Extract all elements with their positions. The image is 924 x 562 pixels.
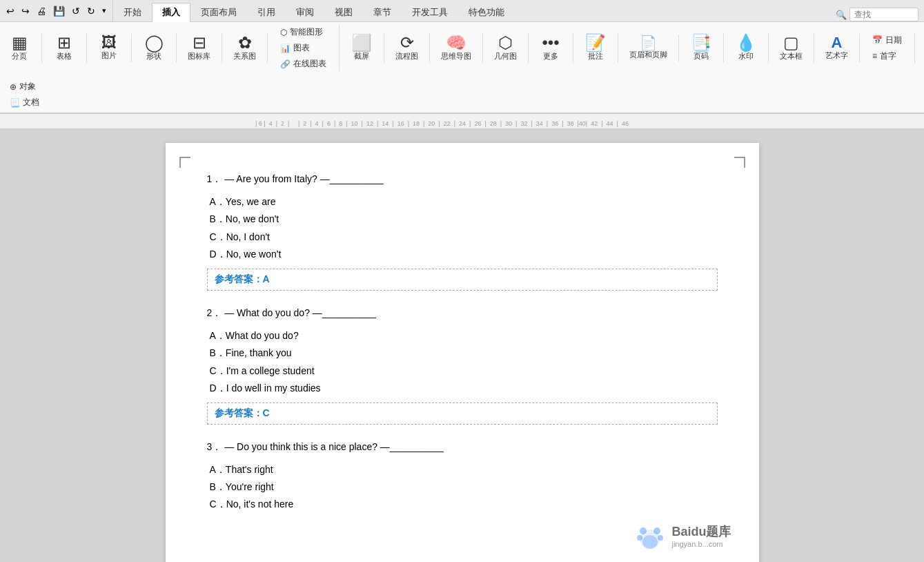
ribbon-btn-image[interactable]: 🖼 图片 [95, 34, 123, 62]
tab-special[interactable]: 特色功能 [458, 2, 515, 21]
ribbon-btn-header[interactable]: 📄 页眉和页脚 [627, 35, 670, 61]
ribbon-group-comment: 📝 批注 [582, 33, 618, 63]
ribbon-btn-flowchart[interactable]: ⟳ 流程图 [393, 33, 421, 63]
ribbon-group-pagenum: 📑 页码 [687, 33, 724, 63]
textbox-label: 文本框 [780, 51, 803, 61]
save-icon[interactable]: 💾 [51, 4, 67, 18]
tab-bar: ↩ ↪ 🖨 💾 ↺ ↻ ▾ 开始 插入 页面布局 引用 审阅 视图 章节 开发工… [0, 0, 924, 22]
ribbon-group-header: 📄 页眉和页脚 [627, 35, 679, 61]
question-1-answer: 参考答案：A [207, 269, 718, 291]
tab-review[interactable]: 审阅 [286, 2, 324, 21]
ribbon-group-textbox: ▢ 文本框 [777, 33, 814, 63]
question-2-option-b: B．Fine, thank you [207, 345, 718, 362]
watermark-url: jingyan.b...com [671, 540, 731, 548]
ribbon-btn-comment[interactable]: 📝 批注 [582, 33, 609, 63]
ribbon-group-smartart: ⬡ 智能图形 📊 图表 🔗 在线图表 [276, 25, 340, 71]
question-3-option-a: A．That's right [207, 461, 718, 478]
more-label: 更多 [543, 51, 558, 61]
ribbon-group-table: ⊞ 表格 [50, 33, 87, 63]
undo2-icon[interactable]: ↺ [70, 4, 82, 18]
ribbon-group-page: ▦ 分页 [6, 33, 42, 63]
flowchart-icon: ⟳ [400, 35, 414, 51]
ribbon-btn-date[interactable]: 📅 日期 [868, 33, 906, 48]
page-icon: ▦ [12, 35, 28, 51]
ribbon-btn-watermark[interactable]: 💧 水印 [732, 33, 760, 63]
question-3-text: 3． — Do you think this is a nice place? … [207, 438, 718, 456]
tab-view[interactable]: 视图 [324, 2, 363, 21]
tab-start[interactable]: 开始 [113, 2, 152, 21]
tab-chapter[interactable]: 章节 [363, 2, 402, 21]
redo2-icon[interactable]: ↻ [85, 4, 97, 18]
ribbon-btn-chart[interactable]: 📊 图表 [276, 41, 331, 55]
chart-icon: 📊 [280, 43, 291, 53]
ribbon-btn-relation[interactable]: ✿ 关系图 [230, 33, 259, 63]
print-icon[interactable]: 🖨 [35, 4, 48, 18]
ribbon-btn-table[interactable]: ⊞ 表格 [50, 33, 78, 63]
ribbon-btn-mindmap[interactable]: 🧠 思维导图 [438, 33, 474, 63]
ribbon-group-image: 🖼 图片 [95, 34, 132, 62]
question-1-option-b: B．No, we don't [207, 211, 718, 228]
search-icon: 🔍 [836, 10, 847, 20]
ribbon-btn-artword[interactable]: A 艺术字 [823, 34, 851, 62]
page: 1． — Are you from Italy? —__________ A．Y… [166, 143, 759, 562]
header-label: 页眉和页脚 [629, 50, 667, 60]
tab-insert[interactable]: 插入 [152, 3, 190, 22]
geo-label: 几何图 [494, 51, 517, 61]
question-2-option-c: C．I'm a college student [207, 362, 718, 380]
undo-icon[interactable]: ↩ [4, 4, 17, 18]
shape-icon: ◯ [145, 35, 164, 51]
question-1: 1． — Are you from Italy? —__________ A．Y… [207, 171, 718, 291]
tab-layout[interactable]: 页面布局 [190, 2, 247, 21]
tab-devtools[interactable]: 开发工具 [402, 2, 458, 21]
watermark-area: Baidu题库 jingyan.b...com [633, 519, 731, 553]
ribbon-group-relation: ✿ 关系图 [230, 33, 268, 63]
search-input[interactable] [849, 8, 918, 21]
header-icon: 📄 [640, 36, 657, 50]
ribbon-btn-iconlib[interactable]: ⊟ 图标库 [185, 33, 213, 63]
ribbon-group-shape: ◯ 形状 [140, 33, 177, 63]
svg-point-2 [653, 527, 660, 534]
date-icon: 📅 [872, 35, 883, 45]
relation-label: 关系图 [233, 51, 256, 61]
more-icon: ••• [542, 35, 559, 51]
redo-icon[interactable]: ↪ [19, 4, 32, 18]
ribbon-group-geo: ⬡ 几何图 [491, 33, 529, 63]
ribbon-btn-pagenum[interactable]: 📑 页码 [687, 33, 715, 63]
svg-point-3 [637, 535, 642, 541]
date-col: 📅 日期 ≡ 首字 [868, 33, 906, 64]
ribbon-btn-geo[interactable]: ⬡ 几何图 [491, 33, 520, 63]
ribbon-btn-doc[interactable]: 📃 文档 [6, 95, 43, 110]
ribbon-btn-more[interactable]: ••• 更多 [537, 33, 564, 63]
watermark-line1: Baidu题库 [671, 523, 731, 540]
ruler: | 6 | 4 | 2 | | 2 | 4 | 6 | 8 | 10 | 12 … [0, 114, 924, 129]
online-chart-icon: 🔗 [280, 59, 291, 69]
mindmap-icon: 🧠 [446, 35, 466, 51]
tab-ref[interactable]: 引用 [247, 2, 286, 21]
ribbon-btn-dropcap[interactable]: ≡ 首字 [868, 49, 906, 64]
ribbon-group-mindmap: 🧠 思维导图 [438, 33, 483, 63]
ribbon-btn-screenshot[interactable]: ⬜ 截屏 [348, 33, 375, 63]
svg-point-4 [658, 535, 663, 541]
baidu-logo [633, 519, 667, 553]
artword-icon: A [832, 35, 843, 50]
ribbon-btn-shape[interactable]: ◯ 形状 [140, 33, 168, 63]
ribbon-btn-smartart[interactable]: ⬡ 智能图形 [276, 25, 331, 39]
iconlib-icon: ⊟ [193, 35, 206, 51]
question-1-option-d: D．No, we won't [207, 246, 718, 263]
ribbon-btn-online-chart[interactable]: 🔗 在线图表 [276, 57, 331, 71]
ribbon-btn-page[interactable]: ▦ 分页 [6, 33, 33, 63]
ribbon-group-artword: A 艺术字 [823, 34, 860, 62]
ribbon-btn-object[interactable]: ⊕ 对象 [6, 79, 43, 94]
ribbon-group-more: ••• 更多 [537, 33, 573, 63]
more-quick-icon[interactable]: ▾ [100, 5, 108, 17]
artword-label: 艺术字 [825, 50, 848, 61]
question-1-text: 1． — Are you from Italy? —__________ [207, 171, 718, 188]
object-col: ⊕ 对象 📃 文档 [6, 79, 43, 110]
document-area: 1． — Are you from Italy? —__________ A．Y… [0, 129, 924, 562]
ribbon-group-date: 📅 日期 ≡ 首字 [868, 33, 915, 64]
question-3: 3． — Do you think this is a nice place? … [207, 438, 718, 514]
ribbon-btn-textbox[interactable]: ▢ 文本框 [777, 33, 805, 63]
textbox-icon: ▢ [783, 35, 799, 51]
object-icon: ⊕ [10, 82, 17, 92]
shape-label: 形状 [146, 51, 161, 61]
